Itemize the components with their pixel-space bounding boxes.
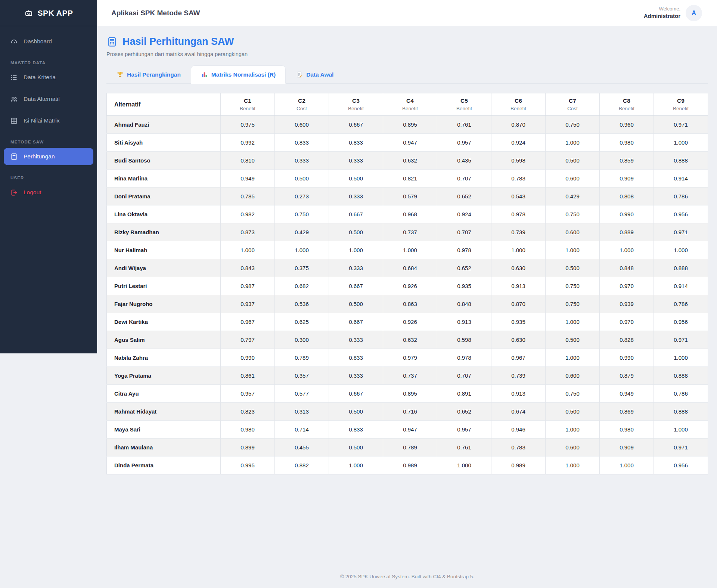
table-header-row: AlternatifC1BenefitC2CostC3BenefitC4Bene… <box>107 93 708 116</box>
table-row-rahmat-hidayat: Rahmat Hidayat0.8230.3130.5000.7160.6520… <box>107 403 708 421</box>
matrix-value: 0.500 <box>546 331 600 349</box>
criteria-code: C7 <box>546 98 599 104</box>
column-header-c6: C6Benefit <box>491 93 546 116</box>
sidebar-item-isi-nilai-matrix[interactable]: Isi Nilai Matrix <box>4 112 93 129</box>
sidebar-item-perhitungan[interactable]: Perhitungan <box>4 148 93 165</box>
sidebar-item-data-kriteria[interactable]: Data Kriteria <box>4 69 93 86</box>
matrix-value: 0.873 <box>221 223 275 241</box>
table-row-maya-sari: Maya Sari0.9800.7140.8330.9470.9570.9461… <box>107 421 708 439</box>
matrix-value: 0.967 <box>491 349 546 367</box>
criteria-code: C1 <box>221 98 274 104</box>
matrix-value: 1.000 <box>654 241 708 259</box>
bar-chart-icon <box>201 71 208 78</box>
matrix-value: 0.707 <box>437 170 491 188</box>
table-row-yoga-pratama: Yoga Pratama0.8610.3570.3330.7370.7070.7… <box>107 367 708 385</box>
matrix-value: 0.946 <box>491 421 546 439</box>
sidebar-section-master-data: MASTER DATA <box>4 55 93 69</box>
matrix-value: 0.500 <box>546 152 600 170</box>
matrix-value: 0.808 <box>600 188 654 205</box>
matrix-value: 0.500 <box>329 295 383 313</box>
matrix-value: 1.000 <box>329 241 383 259</box>
sidebar-item-dashboard[interactable]: Dashboard <box>4 33 93 50</box>
criteria-code: C2 <box>275 98 329 104</box>
sidebar-item-label: Perhitungan <box>24 153 55 160</box>
matrix-value: 0.889 <box>600 223 654 241</box>
matrix-value: 0.750 <box>546 205 600 223</box>
matrix-value: 0.861 <box>221 367 275 385</box>
matrix-value: 0.707 <box>437 367 491 385</box>
matrix-value: 0.543 <box>491 188 546 205</box>
matrix-value: 0.895 <box>383 385 437 403</box>
robot-icon <box>24 9 33 18</box>
matrix-value: 0.630 <box>491 259 546 277</box>
table-row-siti-aisyah: Siti Aisyah0.9920.8330.8330.9470.9570.92… <box>107 134 708 152</box>
criteria-type: Benefit <box>221 106 274 111</box>
matrix-value: 0.761 <box>437 116 491 134</box>
matrix-value: 0.975 <box>221 116 275 134</box>
matrix-value: 1.000 <box>546 349 600 367</box>
matrix-value: 0.455 <box>275 439 329 457</box>
sidebar-item-data-alternatif[interactable]: Data Alternatif <box>4 90 93 108</box>
matrix-value: 0.674 <box>491 403 546 421</box>
table-row-agus-salim: Agus Salim0.7970.3000.3330.6320.5980.630… <box>107 331 708 349</box>
matrix-value: 0.630 <box>491 331 546 349</box>
matrix-value: 0.848 <box>600 259 654 277</box>
matrix-value: 0.600 <box>546 170 600 188</box>
matrix-value: 0.891 <box>437 385 491 403</box>
matrix-value: 0.888 <box>654 152 708 170</box>
table-row-ahmad-fauzi: Ahmad Fauzi0.9750.6000.6670.8950.7610.87… <box>107 116 708 134</box>
alternative-name: Nur Halimah <box>107 241 221 259</box>
matrix-value: 0.888 <box>654 403 708 421</box>
matrix-value: 0.971 <box>654 439 708 457</box>
matrix-value: 0.375 <box>275 259 329 277</box>
tab-label: Data Awal <box>306 71 333 78</box>
criteria-code: C4 <box>383 98 437 104</box>
matrix-value: 0.971 <box>654 331 708 349</box>
matrix-value: 0.716 <box>383 403 437 421</box>
column-header-c2: C2Cost <box>275 93 329 116</box>
tab-label: Matriks Normalisasi (R) <box>211 71 276 78</box>
matrix-value: 1.000 <box>437 457 491 474</box>
matrix-value: 1.000 <box>654 421 708 439</box>
matrix-value: 0.914 <box>654 170 708 188</box>
matrix-value: 0.990 <box>600 205 654 223</box>
alternative-name: Agus Salim <box>107 331 221 349</box>
criteria-type: Cost <box>546 106 599 111</box>
matrix-value: 0.913 <box>437 313 491 331</box>
matrix-value: 1.000 <box>600 241 654 259</box>
matrix-value: 0.833 <box>329 349 383 367</box>
table-row-rina-marlina: Rina Marlina0.9490.5000.5000.8210.7070.7… <box>107 170 708 188</box>
table-row-andi-wijaya: Andi Wijaya0.8430.3750.3330.6840.6520.63… <box>107 259 708 277</box>
matrix-value: 0.968 <box>383 205 437 223</box>
tab-hasil-perangkingan[interactable]: Hasil Perangkingan <box>106 65 191 84</box>
matrix-value: 0.667 <box>329 277 383 295</box>
alternative-name: Ahmad Fauzi <box>107 116 221 134</box>
tab-data-awal[interactable]: Data Awal <box>286 65 344 84</box>
matrix-value: 1.000 <box>546 134 600 152</box>
table-row-nur-halimah: Nur Halimah1.0001.0001.0001.0000.9781.00… <box>107 241 708 259</box>
matrix-value: 1.000 <box>221 241 275 259</box>
matrix-value: 0.750 <box>546 385 600 403</box>
table-row-dinda-permata: Dinda Permata0.9950.8821.0000.9891.0000.… <box>107 457 708 474</box>
matrix-value: 0.750 <box>546 277 600 295</box>
matrix-value: 0.971 <box>654 223 708 241</box>
table-row-rizky-ramadhan: Rizky Ramadhan0.8730.4290.5000.7370.7070… <box>107 223 708 241</box>
matrix-value: 0.895 <box>383 116 437 134</box>
alternative-name: Rizky Ramadhan <box>107 223 221 241</box>
sidebar-item-logout[interactable]: Logout <box>4 184 93 201</box>
criteria-type: Benefit <box>437 106 491 111</box>
matrix-value: 0.500 <box>546 403 600 421</box>
criteria-type: Benefit <box>600 106 654 111</box>
table-row-citra-ayu: Citra Ayu0.9570.5770.6670.8950.8910.9130… <box>107 385 708 403</box>
matrix-value: 1.000 <box>654 349 708 367</box>
tab-matriks-normalisasi-r[interactable]: Matriks Normalisasi (R) <box>191 65 286 84</box>
matrix-value: 0.739 <box>491 223 546 241</box>
calculator-icon <box>106 36 118 47</box>
matrix-value: 0.888 <box>654 367 708 385</box>
alternative-name: Maya Sari <box>107 421 221 439</box>
app-brand-label: SPK APP <box>38 9 73 18</box>
matrix-value: 0.833 <box>329 134 383 152</box>
criteria-code: C6 <box>491 98 545 104</box>
avatar[interactable]: A <box>686 5 702 21</box>
matrix-value: 0.783 <box>491 439 546 457</box>
